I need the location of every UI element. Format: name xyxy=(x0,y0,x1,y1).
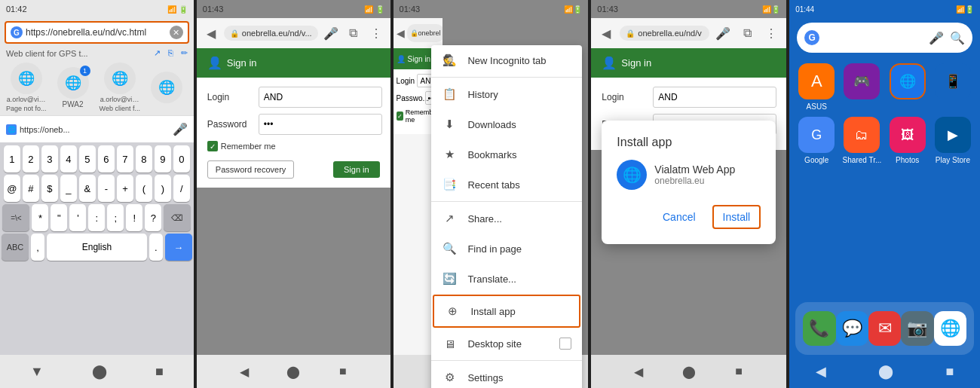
menu-item-downloads[interactable]: ⬇ Downloads xyxy=(431,109,582,139)
url-bar[interactable]: G https://onebrella.eu/nd/vc.html ✕ xyxy=(5,21,189,44)
google-search-bar[interactable]: G 🎤 🔍 xyxy=(797,23,972,53)
nav-recents-1[interactable]: ■ xyxy=(155,364,164,380)
menu-item-install-app[interactable]: ⊕ Install app xyxy=(433,295,580,328)
copy-icon[interactable]: ⎘ xyxy=(168,48,173,58)
menu-icon-4[interactable]: ⋮ xyxy=(761,23,782,44)
key-question[interactable]: ? xyxy=(145,204,161,231)
key-5[interactable]: 5 xyxy=(79,145,96,173)
key-8[interactable]: 8 xyxy=(136,145,152,173)
desktop-checkbox[interactable] xyxy=(559,338,571,350)
key-quote-double[interactable]: " xyxy=(51,204,67,231)
sign-in-button[interactable]: Sign in xyxy=(333,161,380,178)
key-0[interactable]: 0 xyxy=(173,145,190,173)
key-plus[interactable]: + xyxy=(117,175,133,202)
key-at[interactable]: @ xyxy=(4,175,20,202)
key-3[interactable]: 3 xyxy=(41,145,58,173)
shortcut-1[interactable]: 🌐 a.orlov@via... Page not fo... xyxy=(6,63,47,112)
menu-item-desktop[interactable]: 🖥 Desktop site xyxy=(431,328,582,359)
key-language[interactable]: English xyxy=(47,234,147,261)
key-abc[interactable]: ABC xyxy=(2,234,29,261)
key-dollar[interactable]: $ xyxy=(41,175,58,202)
app-play-store[interactable]: ▶ Play Store xyxy=(933,117,972,164)
key-asterisk[interactable]: * xyxy=(32,204,48,231)
app-4[interactable]: 📱 xyxy=(933,63,972,111)
menu-item-recent-tabs[interactable]: 📑 Recent tabs xyxy=(431,170,582,200)
app-photos[interactable]: 🖼 Photos xyxy=(888,117,927,164)
nav-home-btn-2[interactable]: ⬤ xyxy=(284,362,302,380)
lens-icon[interactable]: 🔍 xyxy=(950,31,965,45)
key-9[interactable]: 9 xyxy=(155,145,171,173)
cancel-button[interactable]: Cancel xyxy=(654,205,705,229)
password-input[interactable] xyxy=(259,114,382,135)
remember-checkbox[interactable]: ✓ xyxy=(207,141,218,151)
key-colon[interactable]: : xyxy=(88,204,105,231)
key-lparen[interactable]: ( xyxy=(136,175,152,202)
tabs-icon-2[interactable]: ⧉ xyxy=(344,23,363,44)
url-clear-button[interactable]: ✕ xyxy=(170,26,183,39)
nav-back-5[interactable]: ◀ xyxy=(816,363,826,380)
shortcut-3[interactable]: 🌐 a.orlov@via... Web client f... xyxy=(100,63,140,112)
shortcut-4[interactable]: 🌐 xyxy=(151,72,182,103)
voice-search-icon[interactable]: 🎤 xyxy=(929,31,944,45)
mic-icon[interactable]: 🎤 xyxy=(173,122,188,136)
nav-home-1[interactable]: ⬤ xyxy=(92,363,107,380)
nav-recents-btn-2[interactable]: ■ xyxy=(334,362,352,380)
dock-messages[interactable]: 💬 xyxy=(836,311,868,346)
menu-item-share[interactable]: ↗ Share... xyxy=(431,203,582,234)
back-button-4[interactable]: ◀ xyxy=(596,23,617,44)
address-bar-4[interactable]: 🔒 onebrella.eu/nd/v xyxy=(620,26,709,41)
nav-back-1[interactable]: ▼ xyxy=(30,364,44,380)
install-button[interactable]: Install xyxy=(712,205,761,229)
dock-camera[interactable]: 📷 xyxy=(901,311,933,346)
password-recovery-button[interactable]: Password recovery xyxy=(207,160,295,179)
mic-icon-4[interactable]: 🎤 xyxy=(712,23,733,44)
key-1[interactable]: 1 xyxy=(4,145,20,173)
key-dash[interactable]: - xyxy=(98,175,115,202)
nav-back-4[interactable]: ◀ xyxy=(629,362,648,380)
dock-phone[interactable]: 📞 xyxy=(803,311,835,346)
key-rparen[interactable]: ) xyxy=(155,175,171,202)
key-hash[interactable]: # xyxy=(23,175,39,202)
mic-icon-2[interactable]: 🎤 xyxy=(321,23,341,44)
tabs-icon-4[interactable]: ⧉ xyxy=(737,23,758,44)
dock-chrome[interactable]: 🌐 xyxy=(934,311,966,346)
key-quote-single[interactable]: ' xyxy=(69,204,86,231)
keyboard[interactable]: 1 2 3 4 5 6 7 8 9 0 @ # $ _ & - + ( ) / … xyxy=(0,142,194,355)
key-7[interactable]: 7 xyxy=(117,145,133,173)
key-dot[interactable]: . xyxy=(149,234,163,261)
nav-recents-5[interactable]: ■ xyxy=(945,364,954,380)
menu-item-history[interactable]: 📋 History xyxy=(431,79,582,109)
key-amp[interactable]: & xyxy=(79,175,96,202)
key-enter[interactable]: → xyxy=(165,234,192,261)
share-icon[interactable]: ↗ xyxy=(154,48,161,58)
menu-item-settings[interactable]: ⚙ Settings xyxy=(431,362,582,388)
suggestion-bar[interactable]: 🌐 https://oneb... 🎤 xyxy=(0,115,194,142)
key-semicolon[interactable]: ; xyxy=(107,204,124,231)
edit-icon[interactable]: ✏ xyxy=(181,48,188,58)
key-2[interactable]: 2 xyxy=(23,145,39,173)
menu-item-translate[interactable]: 🔄 Translate... xyxy=(431,264,582,294)
nav-back-btn-2[interactable]: ◀ xyxy=(235,362,253,380)
key-slash[interactable]: / xyxy=(173,175,190,202)
menu-icon-2[interactable]: ⋮ xyxy=(366,23,386,44)
app-google[interactable]: G Google xyxy=(797,117,836,164)
key-comma[interactable]: , xyxy=(31,234,44,261)
key-exclaim[interactable]: ! xyxy=(126,204,142,231)
dock-gmail[interactable]: ✉ xyxy=(868,311,901,346)
url-text[interactable]: https://onebrella.eu/nd/vc.html xyxy=(26,27,167,38)
nav-home-5[interactable]: ⬤ xyxy=(878,363,893,380)
key-underscore[interactable]: _ xyxy=(60,175,77,202)
app-2[interactable]: 🎮 xyxy=(842,63,881,111)
shortcut-2[interactable]: 🌐 1 PWA2 xyxy=(57,67,89,108)
key-4[interactable]: 4 xyxy=(60,145,77,173)
app-vialatm[interactable]: 🌐 xyxy=(888,63,927,111)
nav-home-4[interactable]: ⬤ xyxy=(680,362,698,380)
nav-recents-4[interactable]: ■ xyxy=(730,362,748,380)
login-input[interactable] xyxy=(259,87,382,108)
key-6[interactable]: 6 xyxy=(98,145,115,173)
key-backspace[interactable]: ⌫ xyxy=(164,204,191,231)
app-shared-tr[interactable]: 🗂 Shared Tr... xyxy=(842,117,881,164)
address-bar-2[interactable]: 🔒 onebrella.eu/nd/v... xyxy=(224,26,318,41)
menu-item-find[interactable]: 🔍 Find in page xyxy=(431,234,582,264)
back-button-2[interactable]: ◀ xyxy=(201,23,221,44)
